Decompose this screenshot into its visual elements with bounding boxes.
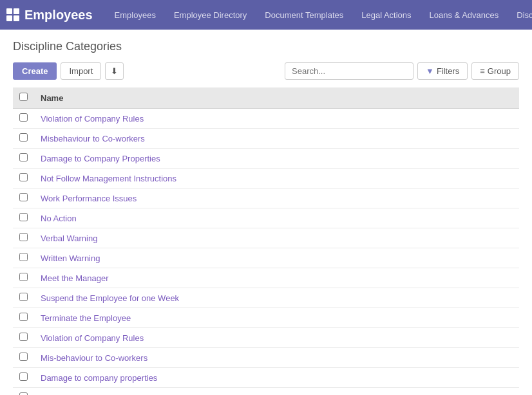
row-name-link[interactable]: Work Performance Issues — [41, 194, 137, 203]
filters-button[interactable]: ▼ Filters — [417, 62, 468, 80]
row-name-cell: Terminate the Employee — [34, 308, 519, 328]
row-name-cell: Suspend the Employee for one Week — [34, 288, 519, 308]
row-name-link[interactable]: Damage to Company Properties — [41, 154, 160, 163]
download-icon: ⬇ — [111, 66, 118, 76]
table-row: Violation of Company Rules — [13, 328, 519, 348]
row-name-link[interactable]: Verbal Warning — [41, 234, 97, 243]
nav-employees[interactable]: Employees — [106, 0, 165, 30]
row-name-link[interactable]: Violation of Company Rules — [41, 333, 144, 343]
row-checkbox[interactable] — [19, 333, 28, 341]
table-row: Verbal Warning — [13, 228, 519, 248]
row-checkbox-cell — [13, 328, 34, 348]
row-checkbox[interactable] — [19, 392, 28, 395]
row-checkbox[interactable] — [19, 173, 28, 181]
row-checkbox-cell — [13, 228, 34, 248]
filter-icon: ▼ — [426, 66, 434, 76]
select-all-checkbox[interactable] — [19, 93, 28, 101]
row-checkbox[interactable] — [19, 273, 28, 281]
row-checkbox[interactable] — [19, 233, 28, 241]
row-name-cell: Violation of Company Rules — [34, 109, 519, 129]
filters-label: Filters — [437, 66, 459, 76]
row-checkbox[interactable] — [19, 213, 28, 221]
search-input[interactable] — [285, 62, 413, 80]
table-row: Violation of Company Rules — [13, 109, 519, 129]
nav-employee-directory[interactable]: Employee Directory — [165, 0, 256, 30]
row-name-link[interactable]: Written Warning — [41, 253, 100, 263]
row-checkbox[interactable] — [19, 193, 28, 201]
row-name-link[interactable]: Misbehaviour to Co-workers — [41, 134, 145, 143]
row-checkbox-cell — [13, 368, 34, 388]
page-title: Discipline Categories — [13, 40, 519, 53]
toolbar-right: ▼ Filters ≡ Group — [285, 62, 519, 80]
nav-legal-actions[interactable]: Legal Actions — [352, 0, 420, 30]
toolbar: Create Import ⬇ ▼ Filters ≡ Group — [13, 62, 519, 80]
row-name-link[interactable]: Suspension — [41, 393, 84, 396]
row-checkbox-cell — [13, 248, 34, 268]
row-checkbox-cell — [13, 169, 34, 188]
download-button[interactable]: ⬇ — [105, 62, 124, 80]
nav-document-templates[interactable]: Document Templates — [256, 0, 352, 30]
row-checkbox-cell — [13, 348, 34, 368]
row-name-link[interactable]: Terminate the Employee — [41, 313, 131, 323]
import-button[interactable]: Import — [61, 62, 101, 80]
app-title: Employees — [24, 8, 93, 23]
row-checkbox[interactable] — [19, 293, 28, 301]
row-checkbox-cell — [13, 208, 34, 228]
row-checkbox-cell — [13, 388, 34, 396]
table-row: Not Follow Management Instructions — [13, 169, 519, 188]
table-row: Suspension — [13, 388, 519, 396]
row-checkbox[interactable] — [19, 313, 28, 321]
row-checkbox-cell — [13, 109, 34, 129]
row-name-link[interactable]: Meet the Manager — [41, 273, 109, 283]
table-row: Work Performance Issues — [13, 188, 519, 208]
row-name-cell: Mis-behaviour to Co-workers — [34, 348, 519, 368]
row-name-link[interactable]: Mis-behaviour to Co-workers — [41, 353, 147, 363]
row-checkbox-cell — [13, 268, 34, 288]
row-checkbox[interactable] — [19, 133, 28, 142]
page-content: Discipline Categories Create Import ⬇ ▼ … — [0, 30, 532, 395]
row-name-cell: No Action — [34, 208, 519, 228]
row-checkbox-cell — [13, 308, 34, 328]
row-name-link[interactable]: Violation of Company Rules — [41, 114, 144, 124]
table-row: Written Warning — [13, 248, 519, 268]
table-row: Mis-behaviour to Co-workers — [13, 348, 519, 368]
column-header-name: Name — [34, 87, 519, 109]
table-row: Misbehaviour to Co-workers — [13, 129, 519, 149]
row-checkbox-cell — [13, 288, 34, 308]
toolbar-left: Create Import ⬇ — [13, 62, 124, 80]
row-name-link[interactable]: No Action — [41, 214, 77, 223]
row-name-link[interactable]: Damage to company properties — [41, 373, 157, 383]
row-checkbox[interactable] — [19, 113, 28, 122]
row-checkbox[interactable] — [19, 372, 28, 381]
row-name-cell: Work Performance Issues — [34, 188, 519, 208]
table-row: Suspend the Employee for one Week — [13, 288, 519, 308]
row-name-cell: Not Follow Management Instructions — [34, 169, 519, 188]
header-checkbox-cell — [13, 87, 34, 109]
nav-disc[interactable]: Disc... — [508, 0, 532, 30]
app-logo[interactable]: Employees — [6, 8, 93, 23]
row-name-link[interactable]: Not Follow Management Instructions — [41, 174, 176, 183]
table-row: No Action — [13, 208, 519, 228]
row-name-cell: Damage to company properties — [34, 368, 519, 388]
logo-grid-icon — [6, 8, 19, 21]
table-row: Terminate the Employee — [13, 308, 519, 328]
table-row: Damage to Company Properties — [13, 149, 519, 169]
row-name-cell: Written Warning — [34, 248, 519, 268]
row-checkbox[interactable] — [19, 353, 28, 361]
group-icon: ≡ — [480, 66, 485, 76]
create-button[interactable]: Create — [13, 62, 57, 80]
nav-loans-advances[interactable]: Loans & Advances — [421, 0, 508, 30]
row-name-cell: Violation of Company Rules — [34, 328, 519, 348]
row-name-link[interactable]: Suspend the Employee for one Week — [41, 293, 179, 303]
top-nav: Employees Employees Employee Directory D… — [0, 0, 532, 30]
table-row: Damage to company properties — [13, 368, 519, 388]
group-label: Group — [488, 66, 511, 76]
row-checkbox[interactable] — [19, 253, 28, 261]
row-checkbox[interactable] — [19, 153, 28, 161]
row-name-cell: Meet the Manager — [34, 268, 519, 288]
row-name-cell: Misbehaviour to Co-workers — [34, 129, 519, 149]
row-checkbox-cell — [13, 149, 34, 169]
row-checkbox-cell — [13, 129, 34, 149]
discipline-table: Name Violation of Company RulesMisbehavi… — [13, 87, 519, 395]
group-by-button[interactable]: ≡ Group — [471, 62, 519, 80]
